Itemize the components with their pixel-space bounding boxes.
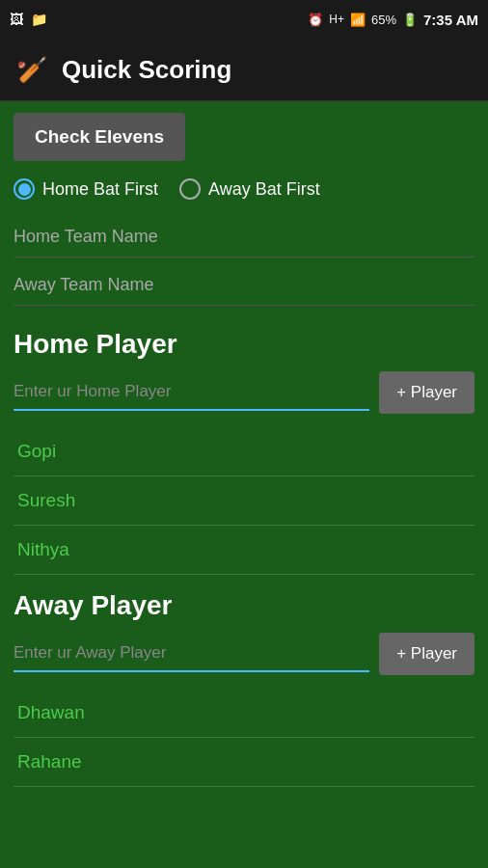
- away-bat-first-label: Away Bat First: [208, 179, 320, 200]
- cricket-icon: 🏏: [16, 55, 47, 85]
- folder-icon: 📁: [31, 12, 47, 27]
- home-bat-first-radio-inner: [18, 183, 31, 196]
- app-title: Quick Scoring: [62, 55, 231, 85]
- home-bat-first-radio[interactable]: [14, 178, 35, 200]
- home-bat-first-option[interactable]: Home Bat First: [14, 178, 158, 200]
- home-team-name-input[interactable]: [14, 217, 474, 258]
- status-icons-right: ⏰ H+ 📶 65% 🔋 7:35 AM: [308, 12, 478, 28]
- list-item[interactable]: Nithya: [14, 526, 474, 575]
- gallery-icon: 🖼: [10, 12, 23, 27]
- check-elevens-button[interactable]: Check Elevens: [14, 113, 185, 161]
- signal-h-icon: H+: [329, 13, 344, 26]
- home-player-section-header: Home Player: [14, 329, 474, 360]
- home-bat-first-label: Home Bat First: [42, 179, 158, 200]
- away-bat-first-radio[interactable]: [179, 178, 201, 200]
- away-team-name-input[interactable]: [14, 265, 474, 306]
- title-bar: 🏏 Quick Scoring: [0, 39, 488, 101]
- batting-order-group: Home Bat First Away Bat First: [14, 178, 474, 200]
- away-player-input-row: + Player: [14, 633, 474, 675]
- app-icon: 🏏: [14, 51, 50, 88]
- add-away-player-button[interactable]: + Player: [379, 633, 474, 675]
- list-item[interactable]: Gopi: [14, 427, 474, 476]
- list-item[interactable]: Suresh: [14, 476, 474, 526]
- home-player-input[interactable]: [14, 374, 369, 411]
- battery-percent: 65%: [371, 13, 396, 27]
- add-home-player-button[interactable]: + Player: [379, 371, 474, 414]
- battery-icon: 🔋: [402, 13, 418, 27]
- away-bat-first-option[interactable]: Away Bat First: [179, 178, 320, 200]
- status-bar: 🖼 📁 ⏰ H+ 📶 65% 🔋 7:35 AM: [0, 0, 488, 39]
- main-content: Check Elevens Home Bat First Away Bat Fi…: [0, 101, 488, 868]
- list-item[interactable]: Dhawan: [14, 689, 474, 738]
- away-player-input[interactable]: [14, 636, 369, 672]
- away-player-section-header: Away Player: [14, 590, 474, 621]
- list-item[interactable]: Rahane: [14, 738, 474, 787]
- alarm-icon: ⏰: [308, 13, 323, 27]
- home-player-input-row: + Player: [14, 371, 474, 414]
- status-icons-left: 🖼 📁: [10, 12, 47, 27]
- signal-bars-icon: 📶: [350, 13, 366, 27]
- clock-display: 7:35 AM: [423, 12, 478, 28]
